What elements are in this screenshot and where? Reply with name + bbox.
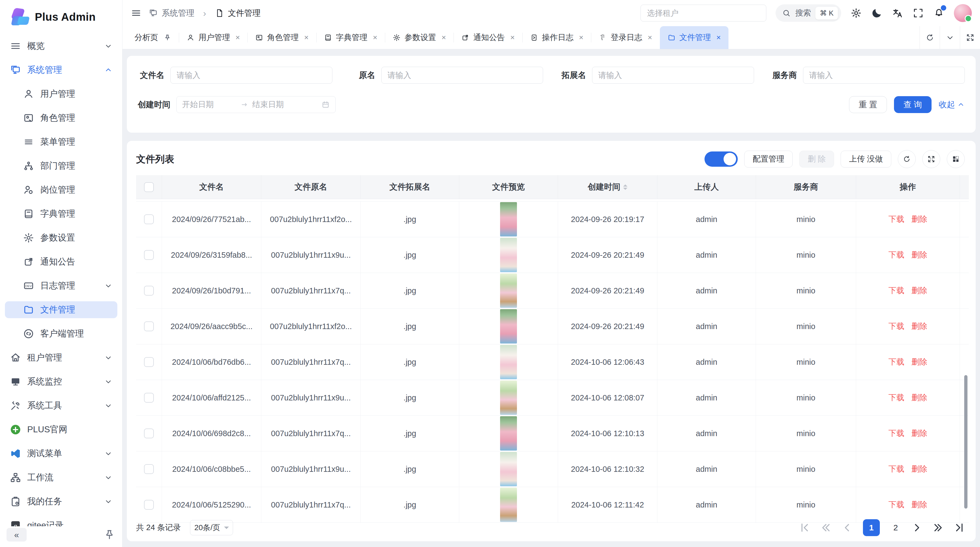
row-checkbox[interactable]: [144, 500, 154, 510]
sidebar-item-用户管理[interactable]: 用户管理: [5, 86, 117, 102]
tab-close-icon[interactable]: ×: [235, 33, 240, 42]
tab-close-icon[interactable]: ×: [716, 33, 721, 42]
breadcrumb[interactable]: 系统管理: [149, 8, 194, 19]
filter-input-拓展名[interactable]: [592, 67, 754, 84]
tab-close-icon[interactable]: ×: [304, 33, 309, 42]
delete-link[interactable]: 删除: [912, 499, 927, 510]
row-checkbox[interactable]: [144, 464, 154, 474]
file-preview-image[interactable]: [500, 452, 517, 486]
sidebar-item-系统工具[interactable]: 系统工具: [5, 397, 117, 414]
delete-link[interactable]: 删除: [912, 321, 927, 332]
sidebar-item-角色管理[interactable]: 角色管理: [5, 110, 117, 126]
tab-操作日志[interactable]: 操作日志 ×: [522, 26, 591, 49]
download-link[interactable]: 下载: [889, 428, 904, 439]
sidebar-item-客户端管理[interactable]: 客户端管理: [5, 325, 117, 342]
row-checkbox[interactable]: [144, 286, 154, 295]
sidebar-item-概览[interactable]: 概览: [5, 38, 117, 54]
sidebar-item-测试菜单[interactable]: 测试菜单: [5, 445, 117, 462]
prev-page-icon[interactable]: [842, 522, 853, 533]
sidebar-pin-button[interactable]: [103, 528, 116, 541]
sidebar-item-部门管理[interactable]: 部门管理: [5, 158, 117, 174]
tab-文件管理[interactable]: 文件管理 ×: [660, 26, 729, 49]
tab-close-icon[interactable]: ×: [510, 33, 514, 42]
delete-link[interactable]: 删除: [912, 357, 927, 367]
select-all-checkbox[interactable]: [144, 182, 154, 192]
fullscreen-icon[interactable]: [913, 7, 924, 19]
tab-角色管理[interactable]: 角色管理 ×: [247, 26, 316, 49]
delete-link[interactable]: 删除: [912, 464, 927, 475]
download-link[interactable]: 下载: [889, 321, 904, 332]
filter-input-原名[interactable]: [381, 67, 543, 84]
last-page-icon[interactable]: [954, 522, 965, 533]
tab-字典管理[interactable]: 字典管理 ×: [316, 26, 385, 49]
delete-link[interactable]: 删除: [912, 392, 927, 403]
date-range-picker[interactable]: 开始日期 结束日期: [177, 96, 336, 113]
global-search[interactable]: 搜索 ⌘ K: [776, 4, 841, 22]
row-checkbox[interactable]: [144, 393, 154, 403]
sidebar-item-文件管理[interactable]: 文件管理: [5, 301, 117, 318]
settings-icon[interactable]: [850, 7, 862, 19]
download-link[interactable]: 下载: [889, 499, 904, 510]
tenant-select[interactable]: [641, 5, 766, 22]
download-link[interactable]: 下载: [889, 357, 904, 367]
user-avatar[interactable]: [954, 4, 972, 22]
sidebar-item-租户管理[interactable]: 租户管理: [5, 349, 117, 366]
file-preview-image[interactable]: [500, 416, 517, 451]
table-refresh-icon[interactable]: [898, 150, 916, 168]
sidebar-item-我的任务[interactable]: 我的任务: [5, 493, 117, 510]
download-link[interactable]: 下载: [889, 464, 904, 475]
delete-link[interactable]: 删除: [912, 428, 927, 439]
file-preview-image[interactable]: [500, 381, 517, 415]
tab-分析页[interactable]: 分析页: [127, 26, 179, 49]
tab-登录日志[interactable]: 登录日志 ×: [591, 26, 660, 49]
row-checkbox[interactable]: [144, 250, 154, 260]
download-link[interactable]: 下载: [889, 285, 904, 296]
col-created-time[interactable]: 创建时间: [558, 175, 657, 199]
tab-通知公告[interactable]: 通知公告 ×: [453, 26, 522, 49]
file-preview-image[interactable]: [500, 202, 517, 236]
row-checkbox[interactable]: [144, 357, 154, 367]
search-panel-toggle[interactable]: [705, 152, 738, 167]
sidebar-item-工作流[interactable]: 工作流: [5, 469, 117, 486]
sidebar-item-系统管理[interactable]: 系统管理: [5, 62, 117, 78]
filter-input-服务商[interactable]: [803, 67, 965, 84]
tabs-refresh-icon[interactable]: [920, 26, 940, 49]
row-checkbox[interactable]: [144, 429, 154, 438]
dark-mode-moon-icon[interactable]: [871, 7, 883, 19]
delete-link[interactable]: 删除: [912, 285, 927, 296]
sidebar-item-字典管理[interactable]: 字典管理: [5, 206, 117, 222]
page-number-1[interactable]: 1: [863, 519, 880, 536]
next-page-icon[interactable]: [912, 522, 922, 533]
sidebar-item-岗位管理[interactable]: 岗位管理: [5, 182, 117, 198]
menu-toggle-icon[interactable]: [130, 8, 142, 19]
page-number-2[interactable]: 2: [890, 523, 901, 532]
sidebar-item-PLUS官网[interactable]: PLUS官网: [5, 421, 117, 438]
tab-close-icon[interactable]: ×: [648, 33, 652, 42]
sidebar-item-通知公告[interactable]: 通知公告: [5, 254, 117, 270]
sidebar-item-菜单管理[interactable]: 菜单管理: [5, 134, 117, 150]
download-link[interactable]: 下载: [889, 250, 904, 260]
tab-close-icon[interactable]: ×: [579, 33, 583, 42]
sidebar-item-系统监控[interactable]: 系统监控: [5, 373, 117, 390]
file-preview-image[interactable]: [500, 238, 517, 272]
tab-参数设置[interactable]: 参数设置 ×: [385, 26, 453, 49]
table-fullscreen-icon[interactable]: [922, 150, 940, 168]
collapse-filters-link[interactable]: 收起: [939, 99, 965, 110]
translate-icon[interactable]: [892, 7, 903, 19]
page-size-select[interactable]: 20条/页: [190, 520, 233, 535]
jump-back-icon[interactable]: [821, 522, 831, 533]
file-preview-image[interactable]: [500, 309, 517, 343]
table-scrollbar[interactable]: [964, 375, 967, 509]
delete-link[interactable]: 删除: [912, 214, 927, 225]
file-preview-image[interactable]: [500, 345, 517, 379]
row-checkbox[interactable]: [144, 214, 154, 224]
tab-pin-icon[interactable]: [164, 34, 171, 41]
sort-icon[interactable]: [623, 182, 627, 192]
reset-button[interactable]: 重 置: [849, 96, 887, 113]
tabs-dropdown-icon[interactable]: [940, 26, 960, 49]
table-columns-icon[interactable]: [947, 150, 965, 168]
download-link[interactable]: 下载: [889, 214, 904, 225]
tabs-fullscreen-icon[interactable]: [960, 26, 980, 49]
delete-link[interactable]: 删除: [912, 250, 927, 260]
tab-close-icon[interactable]: ×: [373, 33, 377, 42]
